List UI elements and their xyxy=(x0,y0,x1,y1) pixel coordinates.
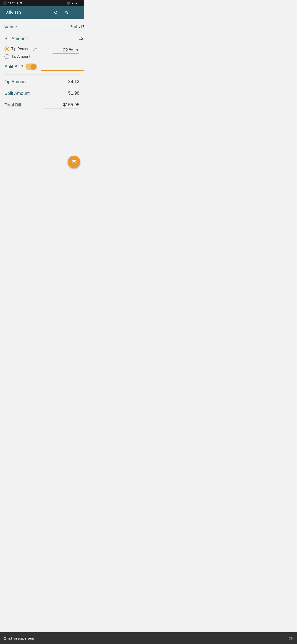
dropdown-arrow-icon: ▼ xyxy=(75,48,79,52)
signal-icon: ▲ xyxy=(75,2,77,5)
location-icon: ⌖ xyxy=(17,1,18,5)
settings-icon: ⚙ xyxy=(20,2,22,5)
center-dot xyxy=(67,2,70,5)
split-bill-label: Split Bill? xyxy=(4,64,23,69)
radio-column: Tip Percentage Tip Amount xyxy=(4,46,38,59)
status-bar: 11:20 ⌖ ⚙ ▲ ▲ ▭ xyxy=(0,0,84,6)
app-title: Tally Up xyxy=(3,10,52,16)
venue-row: Venue: xyxy=(4,23,79,31)
tip-amount-radio[interactable]: Tip Amount xyxy=(4,54,38,59)
tip-amount-result-value: 28.12 xyxy=(43,78,79,85)
total-bill-result-label: Total Bill: xyxy=(4,102,43,108)
split-count-input[interactable] xyxy=(41,62,84,71)
bill-amount-row: Bill Amount: xyxy=(4,35,79,43)
total-bill-result-value: $155.95 xyxy=(43,101,79,108)
tip-dropdown-container: 22 % ▼ xyxy=(38,46,79,54)
battery-icon: ▭ xyxy=(78,2,81,5)
email-fab-icon: ✉ xyxy=(72,159,76,165)
wifi-icon: ▲ xyxy=(71,2,74,5)
tip-percentage-dropdown[interactable]: 22 % ▼ xyxy=(52,46,79,54)
split-amount-result-value: 51.98 xyxy=(43,90,79,97)
status-bar-right: ▲ ▲ ▭ xyxy=(67,2,81,5)
app-bar: Tally Up ↺ ✎ ⋮ xyxy=(0,6,84,19)
tip-percentage-radio[interactable]: Tip Percentage xyxy=(4,46,38,52)
tip-percentage-radio-inner xyxy=(6,48,8,50)
app-bar-icons: ↺ ✎ ⋮ xyxy=(52,10,80,16)
venue-label: Venue: xyxy=(4,24,36,30)
email-fab[interactable]: ✉ xyxy=(68,156,80,168)
tip-percentage-radio-outer xyxy=(4,46,9,52)
bill-amount-input[interactable] xyxy=(36,35,84,42)
split-amount-result-label: Split Amount: xyxy=(4,91,43,96)
tip-amount-radio-outer xyxy=(4,54,9,59)
refresh-button[interactable]: ↺ xyxy=(52,10,59,16)
time-display: 11:20 xyxy=(8,2,15,5)
tip-percentage-radio-label: Tip Percentage xyxy=(11,47,37,51)
tip-amount-result-label: Tip Amount: xyxy=(4,79,43,84)
tip-amount-radio-label: Tip Amount xyxy=(11,54,30,59)
split-bill-row: Split Bill? xyxy=(4,62,79,71)
tip-dropdown-value: 22 % xyxy=(63,48,73,52)
status-bar-left: 11:20 ⌖ ⚙ xyxy=(3,1,22,5)
tip-type-section: Tip Percentage Tip Amount 22 % ▼ xyxy=(4,46,79,59)
split-amount-result-row: Split Amount: 51.98 xyxy=(4,90,79,98)
divider xyxy=(4,74,79,74)
venue-input[interactable] xyxy=(36,23,84,30)
total-bill-result-row: Total Bill: $155.95 xyxy=(4,101,79,109)
bill-amount-label: Bill Amount: xyxy=(4,36,36,41)
notification-dot xyxy=(3,1,7,5)
tip-amount-result-row: Tip Amount: 28.12 xyxy=(4,78,79,86)
split-bill-toggle[interactable] xyxy=(25,64,37,70)
more-options-button[interactable]: ⋮ xyxy=(74,10,80,16)
edit-button[interactable]: ✎ xyxy=(63,10,69,16)
